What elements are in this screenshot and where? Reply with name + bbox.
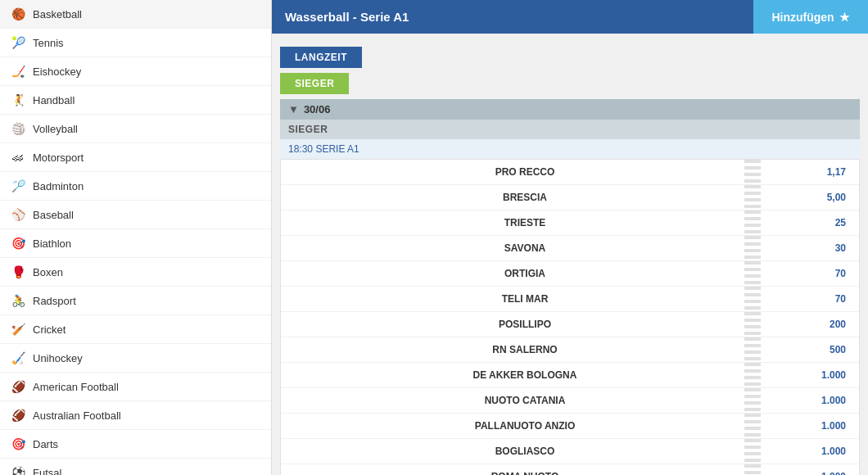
odds-value[interactable]: 70 — [761, 288, 859, 310]
team-name: POSILLIPO — [281, 314, 744, 335]
odds-row[interactable]: NUOTO CATANIA 1.000 — [281, 388, 859, 414]
odds-row[interactable]: BOGLIASCO 1.000 — [281, 439, 859, 464]
odds-row[interactable]: DE AKKER BOLOGNA 1.000 — [281, 363, 859, 388]
sieger-filter-button[interactable]: SIEGER — [280, 73, 349, 94]
date-header[interactable]: ▼ 30/06 — [280, 99, 860, 120]
hinzufugen-button[interactable]: Hinzufügen ★ — [753, 0, 868, 34]
zigzag-divider — [744, 160, 761, 184]
team-name: BOGLIASCO — [281, 441, 744, 462]
team-name: TELI MAR — [281, 288, 744, 310]
sidebar-item-futsal[interactable]: ⚽ Futsal — [0, 459, 271, 475]
team-name: DE AKKER BOLOGNA — [281, 364, 744, 386]
sidebar-label-australian-football: Australian Football — [33, 409, 121, 422]
sidebar-label-boxen: Boxen — [33, 266, 63, 278]
sidebar-label-basketball: Basketball — [33, 8, 82, 20]
sidebar-item-darts[interactable]: 🎯 Darts — [0, 430, 271, 459]
main-content: Wasserball - Serie A1 Hinzufügen ★ LANGZ… — [272, 0, 868, 475]
sidebar-item-handball[interactable]: 🤾 Handball — [0, 86, 271, 115]
zigzag-divider — [744, 210, 761, 235]
sidebar-label-motorsport: Motorsport — [33, 152, 84, 164]
sidebar-item-radsport[interactable]: 🚴 Radsport — [0, 287, 271, 315]
main-title: Wasserball - Serie A1 — [272, 0, 753, 34]
odds-value[interactable]: 200 — [761, 314, 859, 335]
odds-value[interactable]: 30 — [761, 238, 859, 259]
team-name: TRIESTE — [281, 212, 744, 233]
odds-row[interactable]: SAVONA 30 — [281, 236, 859, 261]
radsport-icon: 🚴 — [10, 292, 26, 309]
tennis-icon: 🎾 — [10, 34, 26, 51]
motorsport-icon: 🏎 — [10, 149, 26, 165]
team-name: BRESCIA — [281, 187, 744, 208]
sidebar-item-motorsport[interactable]: 🏎 Motorsport — [0, 143, 271, 172]
zigzag-divider — [744, 312, 761, 337]
sidebar-item-basketball[interactable]: 🏀 Basketball — [0, 0, 271, 29]
tab-langzeit[interactable]: LANGZEIT — [280, 47, 362, 68]
star-icon: ★ — [839, 11, 850, 24]
odds-row[interactable]: ORTIGIA 70 — [281, 261, 859, 287]
odds-value[interactable]: 1.000 — [761, 364, 859, 386]
sidebar-item-cricket[interactable]: 🏏 Cricket — [0, 315, 271, 344]
sidebar-label-futsal: Futsal — [33, 467, 61, 476]
sidebar-label-unihockey: Unihockey — [33, 352, 83, 364]
odds-value[interactable]: 1,17 — [761, 161, 859, 183]
team-name: SAVONA — [281, 238, 744, 259]
zigzag-divider — [744, 363, 761, 387]
volleyball-icon: 🏐 — [10, 120, 26, 137]
zigzag-divider — [744, 261, 761, 286]
odds-value[interactable]: 1.000 — [761, 390, 859, 411]
odds-row[interactable]: ROMA NUOTO 1.000 — [281, 464, 859, 475]
odds-row[interactable]: RN SALERNO 500 — [281, 337, 859, 363]
handball-icon: 🤾 — [10, 92, 26, 108]
odds-row[interactable]: PALLANUOTO ANZIO 1.000 — [281, 414, 859, 439]
basketball-icon: 🏀 — [10, 6, 26, 22]
biathlon-icon: 🎯 — [10, 235, 26, 251]
sidebar-label-baseball: Baseball — [33, 209, 74, 221]
hinzufugen-label: Hinzufügen — [771, 11, 834, 24]
sidebar-item-boxen[interactable]: 🥊 Boxen — [0, 258, 271, 287]
sidebar-item-volleyball[interactable]: 🏐 Volleyball — [0, 115, 271, 143]
sidebar-label-biathlon: Biathlon — [33, 238, 71, 250]
sidebar-label-radsport: Radsport — [33, 295, 76, 307]
zigzag-divider — [744, 464, 761, 475]
baseball-icon: ⚾ — [10, 206, 26, 223]
odds-row[interactable]: BRESCIA 5,00 — [281, 185, 859, 210]
australian-football-icon: 🏈 — [10, 407, 26, 423]
match-header: 18:30 SERIE A1 — [280, 139, 860, 159]
sidebar-label-eishockey: Eishockey — [33, 66, 81, 78]
section-header: SIEGER — [280, 120, 860, 139]
team-name: RN SALERNO — [281, 339, 744, 360]
odds-row[interactable]: TRIESTE 25 — [281, 210, 859, 236]
sidebar-item-tennis[interactable]: 🎾 Tennis — [0, 29, 271, 57]
odds-value[interactable]: 500 — [761, 339, 859, 360]
zigzag-divider — [744, 287, 761, 311]
sidebar-label-volleyball: Volleyball — [33, 123, 78, 135]
sidebar-item-biathlon[interactable]: 🎯 Biathlon — [0, 229, 271, 258]
boxen-icon: 🥊 — [10, 264, 26, 280]
match-competition-label: SERIE A1 — [315, 143, 359, 155]
sidebar-item-australian-football[interactable]: 🏈 Australian Football — [0, 401, 271, 430]
odds-value[interactable]: 25 — [761, 212, 859, 233]
team-name: ORTIGIA — [281, 263, 744, 284]
sieger-row: SIEGER — [272, 68, 868, 99]
sidebar-item-american-football[interactable]: 🏈 American Football — [0, 373, 271, 401]
odds-row[interactable]: POSILLIPO 200 — [281, 312, 859, 337]
odds-value[interactable]: 1.000 — [761, 466, 859, 475]
odds-row[interactable]: PRO RECCO 1,17 — [281, 160, 859, 185]
zigzag-divider — [744, 388, 761, 413]
sidebar-label-tennis: Tennis — [33, 37, 64, 49]
odds-value[interactable]: 5,00 — [761, 187, 859, 208]
sidebar-label-darts: Darts — [33, 438, 58, 450]
cricket-icon: 🏏 — [10, 321, 26, 337]
sidebar-item-unihockey[interactable]: 🏑 Unihockey — [0, 344, 271, 373]
collapse-arrow-icon: ▼ — [288, 103, 299, 115]
sidebar-item-eishockey[interactable]: 🏒 Eishockey — [0, 57, 271, 86]
odds-value[interactable]: 70 — [761, 263, 859, 284]
sidebar-item-badminton[interactable]: 🏸 Badminton — [0, 172, 271, 201]
sidebar: 🏀 Basketball 🎾 Tennis 🏒 Eishockey 🤾 Hand… — [0, 0, 272, 475]
odds-value[interactable]: 1.000 — [761, 415, 859, 437]
sidebar-item-baseball[interactable]: ⚾ Baseball — [0, 201, 271, 229]
odds-row[interactable]: TELI MAR 70 — [281, 287, 859, 312]
zigzag-divider — [744, 185, 761, 210]
odds-value[interactable]: 1.000 — [761, 441, 859, 462]
sidebar-label-american-football: American Football — [33, 381, 119, 393]
